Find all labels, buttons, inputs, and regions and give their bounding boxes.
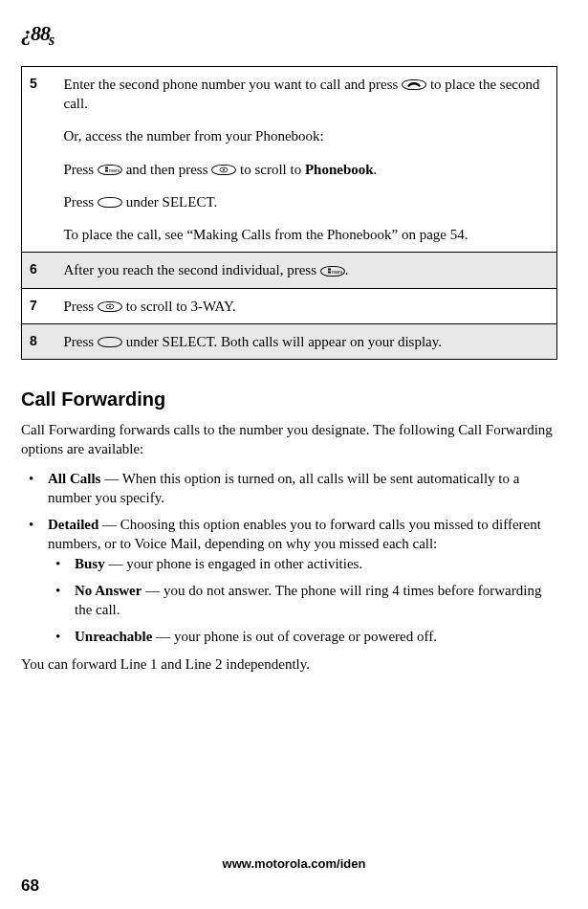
sub-bullet-bold-term: No Answer xyxy=(75,583,142,598)
step-paragraph: To place the call, see “Making Calls fro… xyxy=(64,225,548,244)
svg-rect-1 xyxy=(105,169,108,171)
step-content: After you reach the second individual, p… xyxy=(54,253,557,288)
paragraph-segment: Enter the second phone number you want t… xyxy=(64,77,403,92)
steps-table: 5Enter the second phone number you want … xyxy=(21,66,557,360)
menu-icon: menu xyxy=(98,165,122,175)
sub-bullet-item: Busy — your phone is engaged in other ac… xyxy=(48,554,557,573)
step-row: 6After you reach the second individual, … xyxy=(22,253,557,288)
sub-bullet-text: — you do not answer. The phone will ring… xyxy=(75,583,541,617)
nav-icon xyxy=(98,301,122,312)
step-number: 5 xyxy=(22,66,54,253)
logo-main: ¿88 xyxy=(21,21,50,45)
bullet-text: — Choosing this option enables you to fo… xyxy=(48,517,541,551)
svg-text:menu: menu xyxy=(332,268,342,274)
bullet-bold-term: Detailed xyxy=(48,517,98,532)
step-content: Enter the second phone number you want t… xyxy=(54,66,557,253)
nav-icon xyxy=(211,165,236,175)
paragraph-segment: under SELECT. Both calls will appear on … xyxy=(122,334,442,349)
device-logo: ¿88s xyxy=(21,19,557,51)
svg-rect-6 xyxy=(328,271,331,273)
intro-paragraph: Call Forwarding forwards calls to the nu… xyxy=(21,420,557,459)
sub-bullet-text: — your phone is engaged in other activit… xyxy=(105,556,363,571)
paragraph-segment: . xyxy=(374,162,378,177)
paragraph-segment: to scroll to xyxy=(236,162,305,177)
svg-rect-5 xyxy=(328,268,331,270)
blank-icon xyxy=(98,337,122,347)
paragraph-segment: After you reach the second individual, p… xyxy=(64,262,320,277)
step-content: Press to scroll to 3-WAY. xyxy=(54,288,557,323)
paragraph-segment: to scroll to 3-WAY. xyxy=(122,299,236,314)
menu-icon: menu xyxy=(320,266,345,277)
paragraph-segment: and then press xyxy=(122,162,211,177)
svg-point-9 xyxy=(109,305,111,307)
step-number: 6 xyxy=(22,253,54,288)
sub-bullet-item: No Answer — you do not answer. The phone… xyxy=(48,581,557,620)
step-content: Press under SELECT. Both calls will appe… xyxy=(54,323,557,359)
svg-point-4 xyxy=(223,168,225,170)
step-row: 8Press under SELECT. Both calls will app… xyxy=(22,323,557,359)
sub-bullet-bold-term: Busy xyxy=(75,556,105,571)
bullet-item: Detailed — Choosing this option enables … xyxy=(21,515,557,647)
step-paragraph: Press under SELECT. Both calls will appe… xyxy=(64,332,548,351)
paragraph-text: To place the call, see “Making Calls fro… xyxy=(64,227,468,242)
paragraph-segment: Press xyxy=(64,334,98,349)
svg-text:menu: menu xyxy=(109,166,120,172)
phone-icon xyxy=(402,79,426,90)
paragraph-segment: Press xyxy=(64,162,98,177)
paragraph-segment: . xyxy=(345,262,349,277)
blank-icon xyxy=(98,197,122,208)
sub-bullet-bold-term: Unreachable xyxy=(75,629,152,644)
step-paragraph: Enter the second phone number you want t… xyxy=(64,75,548,114)
step-row: 5Enter the second phone number you want … xyxy=(22,66,557,253)
step-paragraph: Press under SELECT. xyxy=(64,192,548,211)
bullet-item: All Calls — When this option is turned o… xyxy=(21,469,557,508)
section-heading: Call Forwarding xyxy=(21,387,557,412)
bullets-list: All Calls — When this option is turned o… xyxy=(21,469,557,647)
closing-paragraph: You can forward Line 1 and Line 2 indepe… xyxy=(21,654,557,674)
paragraph-segment: Press xyxy=(64,194,98,210)
step-number: 8 xyxy=(22,323,54,359)
sub-bullet-text: — your phone is out of coverage or power… xyxy=(152,629,437,644)
step-paragraph: After you reach the second individual, p… xyxy=(64,260,548,279)
step-paragraph: Or, access the number from your Phoneboo… xyxy=(64,126,548,145)
paragraph-segment: under SELECT. xyxy=(122,194,217,210)
sub-bullets-list: Busy — your phone is engaged in other ac… xyxy=(48,554,557,647)
step-row: 7Press to scroll to 3-WAY. xyxy=(22,288,557,323)
paragraph-segment: Press xyxy=(64,299,98,314)
sub-bullet-item: Unreachable — your phone is out of cover… xyxy=(48,627,557,646)
step-number: 7 xyxy=(22,288,54,323)
footer-url: www.motorola.com/iden xyxy=(0,855,588,873)
page-number: 68 xyxy=(21,876,39,898)
bullet-bold-term: All Calls xyxy=(48,471,100,486)
bold-term: Phonebook xyxy=(305,162,374,177)
bullet-text: — When this option is turned on, all cal… xyxy=(48,471,519,505)
step-paragraph: Press menu and then press to scroll to P… xyxy=(64,160,548,179)
svg-rect-0 xyxy=(105,166,108,168)
step-paragraph: Press to scroll to 3-WAY. xyxy=(64,297,548,316)
paragraph-text: Or, access the number from your Phoneboo… xyxy=(64,128,324,144)
logo-suffix: s xyxy=(49,32,54,48)
